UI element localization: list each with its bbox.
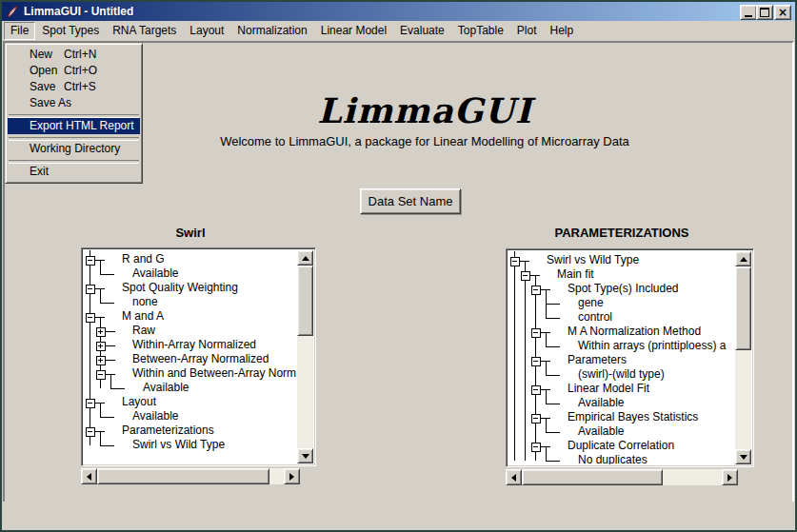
menu-item-label: Open xyxy=(30,63,57,79)
menubar-item-plot[interactable]: Plot xyxy=(510,22,544,40)
file-menu-item-working-directory[interactable]: Working Directory xyxy=(8,141,140,157)
horizontal-scrollbar[interactable] xyxy=(506,469,738,485)
tree-node-label[interactable]: M and A xyxy=(122,309,164,324)
swirl-tree: AvailableR and GnoneSpot Quality Weighti… xyxy=(81,247,316,466)
tree-node-label[interactable]: Swirl vs Wild Type xyxy=(547,253,639,267)
menu-item-label: Working Directory xyxy=(30,141,120,157)
menubar-item-toptable[interactable]: TopTable xyxy=(451,22,510,40)
arrow-down-icon xyxy=(302,454,309,459)
file-menu-item-export-html-report[interactable]: Export HTML Report xyxy=(8,118,140,134)
file-menu-item-exit[interactable]: Exit xyxy=(8,164,140,180)
tree-node-label[interactable]: Within and Between-Array Norm xyxy=(132,366,296,381)
arrow-right-icon xyxy=(289,473,294,481)
tk-feather-icon xyxy=(6,5,19,18)
menubar-item-help[interactable]: Help xyxy=(544,22,581,40)
menu-separator xyxy=(8,134,140,141)
scroll-down-button[interactable] xyxy=(735,449,751,464)
menubar-item-file[interactable]: File xyxy=(4,22,35,40)
vertical-scrollbar[interactable] xyxy=(735,251,751,464)
tree-node-label[interactable]: none xyxy=(132,295,158,309)
menubar-item-linear-model[interactable]: Linear Model xyxy=(314,22,393,40)
scroll-thumb[interactable] xyxy=(297,266,313,336)
parameterizations-tree: genecontrolSpot Type(s) IncludedWithin a… xyxy=(506,248,754,467)
arrow-left-icon xyxy=(511,474,516,482)
tree-node-label[interactable]: Within-Array Normalized xyxy=(132,338,256,352)
tree-node-label[interactable]: Available xyxy=(132,266,178,281)
maximize-icon xyxy=(760,8,769,17)
scroll-thumb[interactable] xyxy=(735,266,751,350)
arrow-right-icon xyxy=(727,474,732,482)
tree-node-label[interactable]: Empirical Bayes Statistics xyxy=(568,410,698,424)
tree-node-label[interactable]: Spot Type(s) Included xyxy=(568,282,679,296)
title-bar[interactable]: LimmaGUI - Untitled × xyxy=(2,2,795,21)
tree-node-label[interactable]: Available xyxy=(578,396,624,410)
tree-node-label[interactable]: gene xyxy=(578,296,604,310)
menu-item-accelerator: Ctrl+S xyxy=(64,79,96,95)
file-menu-item-save[interactable]: SaveCtrl+S xyxy=(8,79,140,95)
scroll-thumb[interactable] xyxy=(97,468,269,484)
tree-node-label[interactable]: Parameters xyxy=(568,353,627,367)
menu-item-label: Export HTML Report xyxy=(30,118,134,134)
arrow-up-icon xyxy=(740,257,747,262)
menubar-item-normalization[interactable]: Normalization xyxy=(230,22,313,40)
arrow-left-icon xyxy=(87,473,91,481)
menu-item-label: Exit xyxy=(30,164,49,180)
file-menu-popup: NewCtrl+NOpenCtrl+OSaveCtrl+SSave AsExpo… xyxy=(5,43,143,184)
file-menu-item-open[interactable]: OpenCtrl+O xyxy=(8,63,140,79)
tree-node-label[interactable]: Parameterizations xyxy=(122,424,214,438)
vertical-scrollbar[interactable] xyxy=(297,250,313,463)
minimize-button[interactable] xyxy=(740,5,757,20)
scroll-left-button[interactable] xyxy=(506,469,522,485)
menu-item-label: New xyxy=(30,47,52,63)
file-menu-item-save-as[interactable]: Save As xyxy=(8,95,140,111)
tree-node-label[interactable]: M A Normalization Method xyxy=(568,325,701,339)
tree-node-label[interactable]: Main fit xyxy=(557,267,594,282)
status-strip xyxy=(2,502,795,532)
scroll-up-button[interactable] xyxy=(735,251,751,266)
menu-separator xyxy=(8,157,140,164)
minimize-icon xyxy=(745,15,752,17)
data-set-name-button[interactable]: Data Set Name xyxy=(360,188,461,214)
menubar-item-evaluate[interactable]: Evaluate xyxy=(393,22,451,40)
tree-node-label[interactable]: Swirl vs Wild Type xyxy=(132,438,225,452)
scroll-up-button[interactable] xyxy=(297,250,313,266)
tree-viewport[interactable]: AvailableR and GnoneSpot Quality Weighti… xyxy=(84,250,297,463)
tree-node-label[interactable]: control xyxy=(578,310,612,325)
tree-node-label[interactable]: Layout xyxy=(122,395,156,409)
menu-bar: FileSpot TypesRNA TargetsLayoutNormaliza… xyxy=(2,21,795,41)
scroll-thumb[interactable] xyxy=(522,469,663,485)
tree-node-label[interactable]: Linear Model Fit xyxy=(568,382,649,396)
scroll-right-button[interactable] xyxy=(722,469,738,485)
menu-separator xyxy=(8,111,140,118)
close-button[interactable]: × xyxy=(774,5,791,20)
right-tree-title: PARAMETERIZATIONS xyxy=(508,226,736,240)
tree-node-label[interactable]: Available xyxy=(578,424,624,439)
tree-node-label[interactable]: Between-Array Normalized xyxy=(132,352,269,366)
tree-node-label[interactable]: Spot Quality Weighting xyxy=(122,281,238,295)
arrow-down-icon xyxy=(740,455,747,460)
menu-item-accelerator: Ctrl+O xyxy=(64,63,97,79)
tree-node-label[interactable]: No duplicates xyxy=(578,453,648,464)
tree-node-label[interactable]: Available xyxy=(132,409,178,424)
tree-node-label[interactable]: R and G xyxy=(122,252,165,266)
menubar-item-spot-types[interactable]: Spot Types xyxy=(35,22,106,40)
scroll-right-button[interactable] xyxy=(284,468,300,484)
tree-node-label[interactable]: Within arrays (printtiploess) a xyxy=(578,339,726,353)
close-icon: × xyxy=(778,8,787,17)
tree-node-label[interactable]: Available xyxy=(143,381,189,395)
tree-viewport[interactable]: genecontrolSpot Type(s) IncludedWithin a… xyxy=(508,251,735,464)
menubar-item-layout[interactable]: Layout xyxy=(183,22,230,40)
tree-node-label[interactable]: (swirl)-(wild type) xyxy=(578,367,665,382)
maximize-button[interactable] xyxy=(756,5,773,20)
welcome-text: Welcome to LimmaGUI, a package for Linea… xyxy=(57,134,792,148)
file-menu-item-new[interactable]: NewCtrl+N xyxy=(8,47,140,63)
tree-node-label[interactable]: Raw xyxy=(132,324,155,338)
tree-node-label[interactable]: Duplicate Correlation xyxy=(568,439,674,453)
scroll-down-button[interactable] xyxy=(297,448,313,463)
horizontal-scrollbar[interactable] xyxy=(81,468,300,484)
app-window: LimmaGUI - Untitled × FileSpot TypesRNA … xyxy=(0,0,797,532)
menubar-item-rna-targets[interactable]: RNA Targets xyxy=(106,22,183,40)
arrow-up-icon xyxy=(302,256,309,261)
scroll-left-button[interactable] xyxy=(81,468,97,484)
menu-item-label: Save As xyxy=(30,95,71,111)
